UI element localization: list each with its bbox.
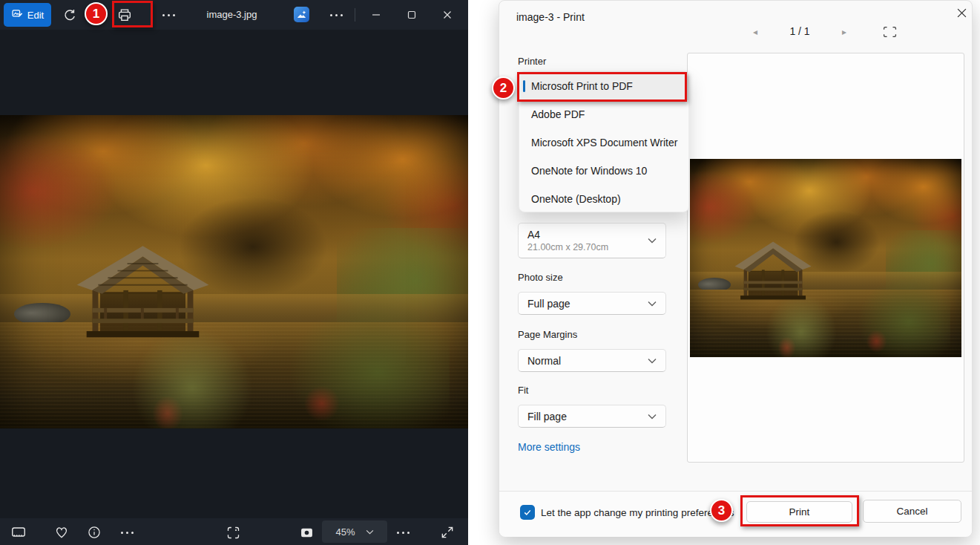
chevron-down-icon xyxy=(366,529,374,535)
paper-size-value: A4 xyxy=(527,229,608,241)
page-margins-value: Normal xyxy=(527,355,561,367)
next-page-button[interactable]: ▸ xyxy=(838,25,851,39)
print-dialog-close-button[interactable] xyxy=(952,3,971,22)
fit-value: Fill page xyxy=(527,411,567,422)
print-dialog-footer: Let the app change my printing preferenc… xyxy=(499,491,972,537)
zoom-to-fit-button[interactable] xyxy=(223,523,243,542)
more-options-button[interactable] xyxy=(157,4,180,26)
zoom-level-value: 45% xyxy=(335,526,355,538)
ai-enhance-button[interactable] xyxy=(294,7,309,22)
checkmark-icon xyxy=(523,508,532,517)
photo-autumn-lake-gazebo xyxy=(0,115,468,428)
preview-fit-button[interactable] xyxy=(881,23,898,41)
sparkle-image-icon xyxy=(296,9,307,20)
arrow-right-icon: ▸ xyxy=(842,27,846,37)
more-settings-link[interactable]: More settings xyxy=(518,441,580,453)
rotate-button[interactable] xyxy=(59,4,81,26)
image-filename: image-3.jpg xyxy=(185,9,278,20)
annotation-step-2: 2 xyxy=(492,76,515,99)
ellipsis-icon xyxy=(397,532,410,534)
chevron-down-icon xyxy=(648,358,657,364)
annotation-box-print-icon xyxy=(112,1,153,27)
actual-size-button[interactable] xyxy=(297,523,316,542)
chevron-down-icon xyxy=(648,238,657,244)
ellipsis-icon xyxy=(162,14,175,16)
annotation-box-printer-option xyxy=(517,72,687,102)
fit-label: Fit xyxy=(518,385,528,396)
page-margins-dropdown[interactable]: Normal xyxy=(518,349,666,372)
print-dialog-title: image-3 - Print xyxy=(516,11,585,23)
printer-option-adobe-pdf[interactable]: Adobe PDF xyxy=(519,100,688,128)
previous-page-button[interactable]: ◂ xyxy=(749,25,762,39)
chevron-down-icon xyxy=(648,414,657,420)
ellipsis-icon xyxy=(121,532,134,534)
printer-option-xps-writer[interactable]: Microsoft XPS Document Writer xyxy=(519,128,688,157)
fullscreen-button[interactable] xyxy=(438,523,457,542)
favorite-heart-button[interactable] xyxy=(52,523,71,542)
titlebar-divider xyxy=(355,8,355,22)
printer-label: Printer xyxy=(518,56,546,67)
paper-size-dimensions: 21.00cm x 29.70cm xyxy=(527,242,608,252)
fit-frame-icon xyxy=(883,26,897,38)
edit-image-icon xyxy=(11,8,23,22)
photo-size-value: Full page xyxy=(527,298,570,310)
minimize-button[interactable] xyxy=(365,4,387,26)
printer-option-label: Adobe PDF xyxy=(531,108,585,120)
annotation-step-3: 3 xyxy=(710,499,733,522)
arrow-left-icon: ◂ xyxy=(753,27,757,37)
annotation-box-print-button xyxy=(740,495,859,526)
print-dialog: image-3 - Print ◂ 1 / 1 ▸ Printer A4 21.… xyxy=(499,0,973,537)
chevron-down-icon xyxy=(648,301,657,307)
fit-dropdown[interactable]: Fill page xyxy=(518,405,666,428)
filmstrip-toggle-button[interactable] xyxy=(9,523,28,542)
ellipsis-icon xyxy=(330,14,343,16)
page-indicator: 1 / 1 xyxy=(770,25,829,37)
maximize-button[interactable] xyxy=(401,4,423,26)
cancel-button-label: Cancel xyxy=(896,506,927,517)
photo-size-label: Photo size xyxy=(518,272,563,283)
printer-option-label: OneNote for Windows 10 xyxy=(531,165,647,177)
annotation-step-1: 1 xyxy=(85,2,108,25)
cancel-button[interactable]: Cancel xyxy=(863,500,961,523)
close-button[interactable] xyxy=(436,4,458,26)
more-tools-button[interactable] xyxy=(117,523,137,542)
printer-option-onenote-desktop[interactable]: OneNote (Desktop) xyxy=(519,185,688,212)
photos-app-window: Edit image-3.jpg xyxy=(0,0,468,545)
zoom-level-dropdown[interactable]: 45% xyxy=(322,520,387,543)
more-options-button-2[interactable] xyxy=(325,4,347,26)
print-preview-photo xyxy=(690,159,961,357)
printer-option-onenote-win10[interactable]: OneNote for Windows 10 xyxy=(519,157,688,185)
printer-option-label: Microsoft XPS Document Writer xyxy=(531,137,677,149)
photos-statusbar: 45% xyxy=(0,518,468,545)
edit-button-label: Edit xyxy=(27,10,44,21)
page-margins-label: Page Margins xyxy=(518,329,577,340)
print-preview-page xyxy=(687,53,964,463)
printing-preferences-checkbox[interactable] xyxy=(520,505,535,520)
edit-button[interactable]: Edit xyxy=(4,3,51,27)
more-view-options-button[interactable] xyxy=(393,523,412,542)
file-info-button[interactable] xyxy=(85,523,104,542)
printer-option-label: OneNote (Desktop) xyxy=(531,193,621,205)
printing-preferences-label: Let the app change my printing preferenc… xyxy=(541,507,734,518)
photo-size-dropdown[interactable]: Full page xyxy=(518,292,666,315)
photos-titlebar: Edit image-3.jpg xyxy=(0,0,468,30)
paper-size-dropdown[interactable]: A4 21.00cm x 29.70cm xyxy=(518,223,666,258)
